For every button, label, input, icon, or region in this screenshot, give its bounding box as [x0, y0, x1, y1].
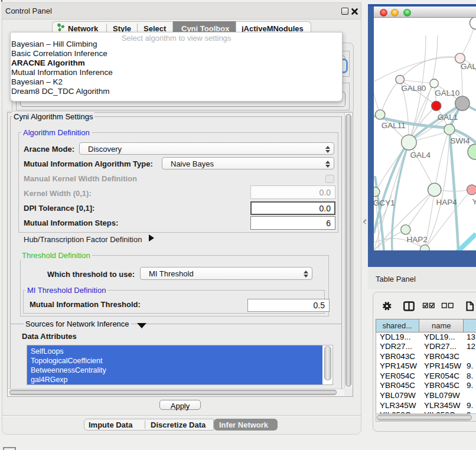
svg-text:GAL80: GAL80 — [401, 84, 426, 93]
svg-text:HAP4: HAP4 — [436, 198, 457, 207]
svg-text:HAP2: HAP2 — [407, 235, 428, 244]
svg-text:GAL1: GAL1 — [438, 113, 458, 122]
svg-text:GAL10: GAL10 — [435, 89, 459, 97]
svg-text:GAL4: GAL4 — [410, 151, 431, 159]
svg-text:Y: Y — [472, 197, 476, 206]
svg-text:GAL11: GAL11 — [382, 121, 406, 130]
svg-text:GAL7: GAL7 — [461, 62, 476, 71]
svg-text:SWI4: SWI4 — [451, 136, 470, 145]
svg-text:GCY1: GCY1 — [374, 198, 395, 207]
